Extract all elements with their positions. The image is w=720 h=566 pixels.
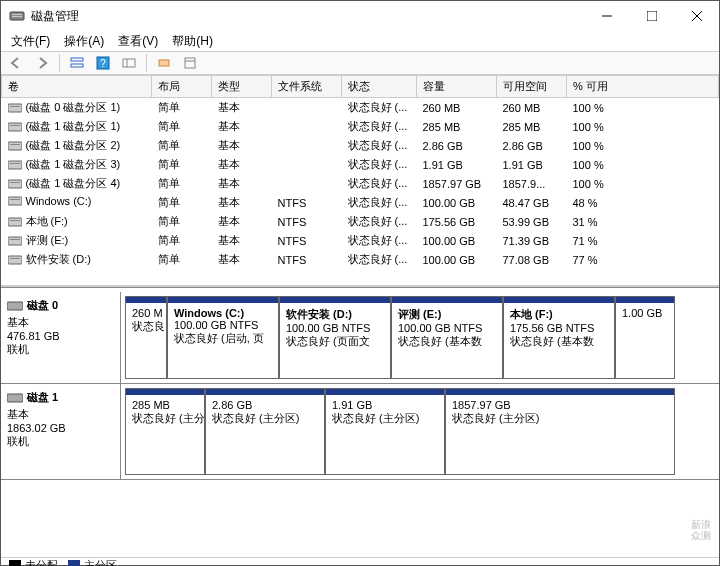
menu-view[interactable]: 查看(V) (112, 31, 164, 52)
cell-type: 基本 (212, 250, 272, 269)
partition-stripe (280, 297, 390, 303)
svg-rect-2 (12, 16, 22, 17)
titlebar[interactable]: 磁盘管理 (1, 1, 719, 31)
table-row[interactable]: (磁盘 0 磁盘分区 1)简单基本状态良好 (...260 MB260 MB10… (2, 98, 719, 118)
svg-rect-26 (8, 197, 22, 205)
menu-help[interactable]: 帮助(H) (166, 31, 219, 52)
maximize-button[interactable] (629, 1, 674, 31)
cell-status: 状态良好 (... (342, 193, 417, 212)
svg-rect-19 (10, 125, 20, 126)
partition[interactable]: Windows (C:)100.00 GB NTFS状态良好 (启动, 页 (167, 296, 279, 379)
col-pctfree[interactable]: % 可用 (567, 76, 719, 98)
table-row[interactable]: (磁盘 1 磁盘分区 4)简单基本状态良好 (...1857.97 GB1857… (2, 174, 719, 193)
cell-capacity: 1.91 GB (417, 155, 497, 174)
cell-pct: 71 % (567, 231, 719, 250)
legend: 未分配 主分区 (1, 557, 719, 566)
cell-free: 1.91 GB (497, 155, 567, 174)
svg-rect-34 (7, 302, 23, 310)
column-header-row[interactable]: 卷 布局 类型 文件系统 状态 容量 可用空间 % 可用 (2, 76, 719, 98)
cell-capacity: 100.00 GB (417, 193, 497, 212)
cell-free: 77.08 GB (497, 250, 567, 269)
cell-layout: 简单 (152, 136, 212, 155)
table-row[interactable]: 评测 (E:)简单基本NTFS状态良好 (...100.00 GB71.39 G… (2, 231, 719, 250)
cell-pct: 100 % (567, 98, 719, 118)
table-row[interactable]: 本地 (F:)简单基本NTFS状态良好 (...175.56 GB53.99 G… (2, 212, 719, 231)
disk-header-0[interactable]: 磁盘 0 基本 476.81 GB 联机 (1, 292, 121, 383)
close-button[interactable] (674, 1, 719, 31)
cell-layout: 简单 (152, 155, 212, 174)
disk-partitions-1: 285 MB状态良好 (主分2.86 GB状态良好 (主分区)1.91 GB状态… (121, 384, 719, 479)
partition-stripe (126, 297, 166, 303)
cell-fs (272, 98, 342, 118)
cell-free: 48.47 GB (497, 193, 567, 212)
cell-type: 基本 (212, 174, 272, 193)
view-list-button[interactable] (66, 52, 88, 74)
svg-text:?: ? (100, 58, 106, 69)
partition[interactable]: 1.91 GB状态良好 (主分区) (325, 388, 445, 475)
svg-rect-13 (159, 60, 169, 66)
col-status[interactable]: 状态 (342, 76, 417, 98)
cell-type: 基本 (212, 98, 272, 118)
legend-primary: 主分区 (68, 558, 117, 566)
cell-fs (272, 136, 342, 155)
table-row[interactable]: 软件安装 (D:)简单基本NTFS状态良好 (...100.00 GB77.08… (2, 250, 719, 269)
cell-capacity: 1857.97 GB (417, 174, 497, 193)
partition[interactable]: 本地 (F:)175.56 GB NTFS状态良好 (基本数 (503, 296, 615, 379)
partition-title: Windows (C:) (174, 307, 272, 319)
svg-rect-7 (71, 58, 83, 61)
app-icon (9, 8, 25, 24)
properties-button[interactable] (153, 52, 175, 74)
toolbar: ? (1, 51, 719, 75)
svg-rect-11 (123, 59, 135, 67)
refresh-button[interactable] (179, 52, 201, 74)
view-graphical-button[interactable] (118, 52, 140, 74)
cell-status: 状态良好 (... (342, 136, 417, 155)
help-button[interactable]: ? (92, 52, 114, 74)
svg-rect-32 (8, 256, 22, 264)
svg-rect-16 (8, 104, 22, 112)
menu-action[interactable]: 操作(A) (58, 31, 110, 52)
volume-list-pane[interactable]: 卷 布局 类型 文件系统 状态 容量 可用空间 % 可用 (磁盘 0 磁盘分区 … (1, 75, 719, 285)
partition[interactable]: 2.86 GB状态良好 (主分区) (205, 388, 325, 475)
partition-stripe (616, 297, 674, 303)
table-row[interactable]: (磁盘 1 磁盘分区 3)简单基本状态良好 (...1.91 GB1.91 GB… (2, 155, 719, 174)
col-fs[interactable]: 文件系统 (272, 76, 342, 98)
menu-file[interactable]: 文件(F) (5, 31, 56, 52)
partition[interactable]: 285 MB状态良好 (主分 (125, 388, 205, 475)
col-layout[interactable]: 布局 (152, 76, 212, 98)
minimize-button[interactable] (584, 1, 629, 31)
col-capacity[interactable]: 容量 (417, 76, 497, 98)
col-free[interactable]: 可用空间 (497, 76, 567, 98)
partition-status: 状态良好 (页面文 (286, 334, 384, 349)
partition[interactable]: 1.00 GB (615, 296, 675, 379)
forward-button[interactable] (31, 52, 53, 74)
svg-rect-8 (71, 64, 83, 67)
table-row[interactable]: Windows (C:)简单基本NTFS状态良好 (...100.00 GB48… (2, 193, 719, 212)
cell-type: 基本 (212, 117, 272, 136)
svg-rect-21 (10, 144, 20, 145)
table-row[interactable]: (磁盘 1 磁盘分区 1)简单基本状态良好 (...285 MB285 MB10… (2, 117, 719, 136)
cell-capacity: 100.00 GB (417, 231, 497, 250)
partition-status: 状态良好 (主分区) (452, 411, 668, 426)
partition[interactable]: 软件安装 (D:)100.00 GB NTFS状态良好 (页面文 (279, 296, 391, 379)
partition[interactable]: 260 M状态良 (125, 296, 167, 379)
volume-name: (磁盘 1 磁盘分区 1) (26, 119, 121, 134)
disk-header-1[interactable]: 磁盘 1 基本 1863.02 GB 联机 (1, 384, 121, 479)
col-type[interactable]: 类型 (212, 76, 272, 98)
partition[interactable]: 1857.97 GB状态良好 (主分区) (445, 388, 675, 475)
table-row[interactable]: (磁盘 1 磁盘分区 2)简单基本状态良好 (...2.86 GB2.86 GB… (2, 136, 719, 155)
disk-graphical-pane[interactable]: 磁盘 0 基本 476.81 GB 联机 260 M状态良Windows (C:… (1, 287, 719, 557)
partition-stripe (206, 389, 324, 395)
col-volume[interactable]: 卷 (2, 76, 152, 98)
cell-capacity: 260 MB (417, 98, 497, 118)
partition-size: 100.00 GB NTFS (286, 322, 384, 334)
cell-layout: 简单 (152, 117, 212, 136)
cell-fs (272, 117, 342, 136)
cell-pct: 100 % (567, 174, 719, 193)
svg-rect-25 (10, 182, 20, 183)
partition[interactable]: 评测 (E:)100.00 GB NTFS状态良好 (基本数 (391, 296, 503, 379)
cell-capacity: 175.56 GB (417, 212, 497, 231)
cell-layout: 简单 (152, 193, 212, 212)
back-button[interactable] (5, 52, 27, 74)
partition-status: 状态良好 (主分 (132, 411, 198, 426)
